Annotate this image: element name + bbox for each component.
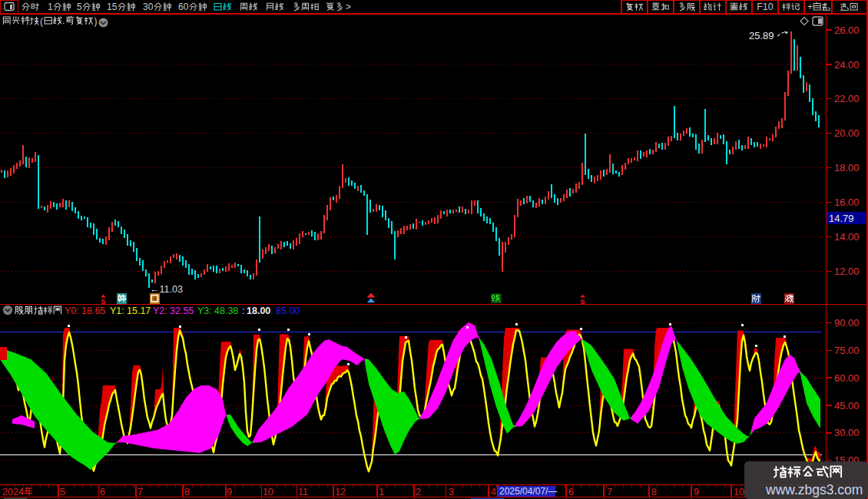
svg-text:18.65: 18.65 bbox=[81, 306, 105, 316]
svg-text:6: 6 bbox=[100, 487, 105, 497]
svg-text:9: 9 bbox=[227, 487, 232, 497]
svg-text:60.00: 60.00 bbox=[834, 372, 860, 384]
svg-text:Y0:: Y0: bbox=[65, 306, 79, 316]
svg-text:2025/04/07/—: 2025/04/07/— bbox=[499, 486, 557, 497]
svg-text:4: 4 bbox=[491, 487, 496, 497]
svg-text:www.zbgs3.com: www.zbgs3.com bbox=[765, 482, 863, 497]
svg-text:9: 9 bbox=[694, 487, 699, 497]
svg-text:16.00: 16.00 bbox=[834, 197, 860, 208]
svg-text:12: 12 bbox=[335, 487, 346, 497]
svg-text:32.55: 32.55 bbox=[170, 306, 194, 316]
svg-text:15: 15 bbox=[107, 2, 118, 12]
svg-text:5: 5 bbox=[77, 2, 82, 12]
svg-text:10: 10 bbox=[263, 487, 273, 497]
svg-text:45.00: 45.00 bbox=[834, 400, 860, 411]
svg-text:15.17: 15.17 bbox=[127, 306, 151, 316]
svg-text:8: 8 bbox=[184, 487, 190, 497]
svg-text:1: 1 bbox=[48, 2, 53, 12]
svg-text:>: > bbox=[346, 2, 351, 12]
svg-text:14.00: 14.00 bbox=[834, 231, 860, 243]
svg-text::: : bbox=[270, 306, 273, 316]
svg-text:Y1:: Y1: bbox=[110, 306, 124, 316]
svg-text:14.79: 14.79 bbox=[829, 213, 854, 224]
svg-text:18.00: 18.00 bbox=[247, 306, 270, 316]
svg-text:18.00: 18.00 bbox=[834, 162, 860, 173]
svg-text:2024: 2024 bbox=[2, 487, 24, 497]
svg-text:8: 8 bbox=[651, 487, 657, 497]
svg-text:(: ( bbox=[40, 16, 43, 27]
svg-text:22.00: 22.00 bbox=[834, 93, 860, 104]
svg-text:1: 1 bbox=[379, 487, 384, 497]
svg-text:): ) bbox=[94, 16, 98, 27]
svg-text:48.38: 48.38 bbox=[214, 306, 238, 316]
svg-text:11: 11 bbox=[298, 487, 308, 497]
svg-text:10: 10 bbox=[734, 487, 744, 497]
svg-text:30: 30 bbox=[143, 2, 154, 12]
svg-text:3: 3 bbox=[449, 487, 454, 497]
svg-text:85.00: 85.00 bbox=[276, 306, 300, 316]
svg-text:24.00: 24.00 bbox=[834, 59, 860, 71]
svg-text:7: 7 bbox=[607, 487, 612, 497]
svg-text:26.00: 26.00 bbox=[834, 25, 860, 36]
svg-text:.: . bbox=[62, 15, 65, 26]
svg-text:+: + bbox=[807, 2, 813, 12]
svg-text:F10: F10 bbox=[757, 2, 774, 12]
svg-text:75.00: 75.00 bbox=[834, 345, 860, 356]
svg-text:7: 7 bbox=[137, 487, 143, 497]
svg-text:6: 6 bbox=[568, 487, 574, 497]
svg-text:2: 2 bbox=[416, 487, 421, 497]
svg-text:Y3:: Y3: bbox=[197, 306, 212, 316]
svg-text:25.89: 25.89 bbox=[749, 30, 774, 41]
svg-text:90.00: 90.00 bbox=[834, 317, 860, 329]
svg-text:30.00: 30.00 bbox=[834, 427, 860, 438]
svg-text::: : bbox=[242, 306, 244, 316]
svg-text:60: 60 bbox=[178, 2, 189, 12]
svg-text:20.00: 20.00 bbox=[834, 127, 860, 139]
svg-text:5: 5 bbox=[60, 487, 65, 497]
svg-text:12.00: 12.00 bbox=[834, 266, 860, 277]
svg-text:←11.03: ←11.03 bbox=[150, 284, 183, 295]
svg-text:Y2:: Y2: bbox=[153, 306, 167, 316]
